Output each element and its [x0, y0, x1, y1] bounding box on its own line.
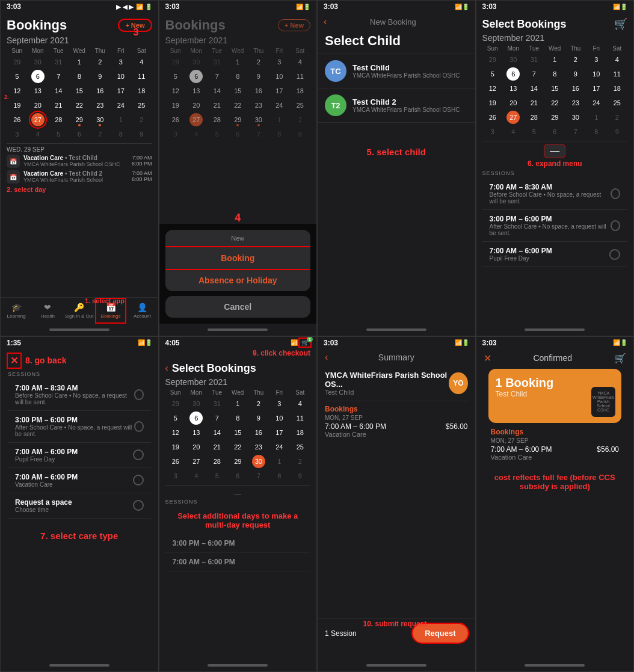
sessions-screen-5: ✕ 8. go back SESSIONS 7:00 AM – 8:30 AM …: [1, 349, 158, 546]
child-name-1: Test Child: [352, 63, 460, 72]
booking-icon-2: 📅: [7, 170, 20, 183]
booking-info-2: Vacation Care • Test Child 2 YMCA WhiteF…: [23, 170, 128, 183]
close-x-8[interactable]: ✕: [484, 353, 491, 364]
radio-5-5[interactable]: [133, 500, 144, 511]
screen-6: 4:05 📶 🛒1 9. click checkout ‹ Select Boo…: [159, 336, 318, 673]
sessions-label-5: SESSIONS: [8, 371, 151, 377]
nav-health[interactable]: ❤Health: [32, 298, 63, 324]
time-4: 3:03: [482, 2, 497, 11]
month-label-1: September 2021: [7, 35, 152, 45]
bookings-link-7[interactable]: Bookings: [325, 405, 468, 413]
session-1-6: 3:00 PM – 6:00 PM: [165, 534, 311, 553]
session-2-5[interactable]: 3:00 PM – 6:00 PM After School Care • No…: [8, 411, 151, 443]
screen-content-8: ✕ Confirmed 🛒 1 Booking Test Child YMCA …: [476, 349, 634, 660]
annotation-cost-8: cost reflects full fee (before CCS subsi…: [484, 473, 627, 491]
expand-menu-btn[interactable]: —: [544, 144, 565, 158]
home-indicator-2: [159, 324, 317, 336]
status-icons-6: 📶 🛒1: [291, 339, 310, 347]
child-item-1[interactable]: TC Test Child YMCA WhiteFriars Parish Sc…: [318, 54, 475, 88]
screen-2: 3:03 📶🔋 Bookings + New September 2021 Su…: [159, 0, 318, 336]
month-label-2: September 2021: [165, 35, 311, 45]
bookings-link-8[interactable]: Bookings: [491, 428, 620, 436]
confirmed-screen-8: ✕ Confirmed 🛒 1 Booking Test Child YMCA …: [476, 349, 634, 491]
cart-icon-4: 🛒: [614, 17, 627, 31]
child-school-2: YMCA WhiteFriars Parish School OSHC: [352, 106, 460, 113]
booking-logo-8: YMCA WhiteFriars Parish School OSHC: [591, 387, 615, 417]
annotation-6: 6. expand menu: [482, 159, 628, 168]
weekday-row-1: SunMonTueWedThuFriSat: [7, 48, 152, 54]
select-bookings-title-6: Select Bookings: [172, 362, 256, 375]
child-school-1: YMCA WhiteFriars Parish School OSHC: [352, 72, 460, 79]
radio-1-5[interactable]: [134, 389, 144, 400]
radio-2-4[interactable]: [611, 220, 620, 231]
annotation-4: 4: [235, 212, 241, 224]
absence-option-btn[interactable]: Absence or Holiday: [165, 270, 311, 291]
home-indicator-8: [476, 659, 634, 671]
close-x-5[interactable]: ✕: [8, 354, 20, 368]
time-3: 3:03: [324, 2, 338, 11]
new-button-2[interactable]: + New: [278, 19, 310, 31]
sessions-label-6: SESSIONS: [165, 499, 311, 505]
weekday-row-2: SunMonTueWedThuFriSat: [165, 48, 311, 54]
select-bookings-header-6: ‹ Select Bookings: [165, 362, 311, 375]
back-arrow-7[interactable]: ‹: [325, 352, 328, 363]
child-name-2: Test Child 2: [352, 97, 460, 106]
child-item-2[interactable]: T2 Test Child 2 YMCA WhiteFriars Parish …: [318, 88, 475, 123]
back-arrow-3[interactable]: ‹: [324, 16, 327, 27]
school-name-7: YMCA WhiteFriars Parish School OS...: [325, 371, 449, 389]
session-1-5[interactable]: 7:00 AM – 8:30 AM Before School Care • N…: [8, 379, 151, 411]
annotation-10: 10. submit request: [363, 620, 426, 628]
home-indicator-5: [1, 659, 158, 671]
radio-3-4[interactable]: [609, 249, 620, 260]
child-info-1: Test Child YMCA WhiteFriars Parish Schoo…: [352, 63, 460, 79]
back-arrow-6[interactable]: ‹: [165, 363, 168, 374]
cal-main-1: Bookings + New 3 September 2021 SunMonTu…: [1, 13, 158, 193]
status-icons-5: 📶🔋: [138, 339, 152, 346]
bookings-title-1: Bookings: [7, 17, 67, 33]
session-2-4[interactable]: 3:00 PM – 6:00 PM After School Care • No…: [482, 210, 628, 242]
booking-item-2: 📅 Vacation Care • Test Child 2 YMCA Whit…: [7, 170, 152, 183]
session-4-5[interactable]: 7:00 AM – 6:00 PM Vacation Care: [8, 468, 151, 493]
cart-icon-8: 🛒: [614, 353, 626, 364]
month-label-4: September 2021: [482, 33, 628, 43]
nav-learning[interactable]: 🎓Learning: [1, 298, 32, 324]
screen-content-5: ✕ 8. go back SESSIONS 7:00 AM – 8:30 AM …: [1, 349, 158, 660]
confirmed-type-8: Vacation Care: [491, 454, 620, 461]
radio-1-4[interactable]: [611, 188, 620, 199]
screen-5: 1:35 📶🔋 ✕ 8. go back SESSIONS 7:00 AM – …: [0, 336, 159, 673]
child-info-2: Test Child 2 YMCA WhiteFriars Parish Sch…: [352, 97, 460, 113]
cal-grid-2: 2930311234 567891011 12131415161718 1920…: [165, 55, 311, 141]
radio-3-5[interactable]: [133, 449, 144, 460]
session-3-4[interactable]: 7:00 AM – 6:00 PM Pupil Free Day: [482, 242, 628, 267]
cart-btn-6[interactable]: 🛒1: [300, 339, 310, 347]
annotation-9: 9. click checkout: [159, 349, 317, 357]
summary-date-7: MON, 27 SEP: [325, 415, 468, 421]
cal-main-6: ‹ Select Bookings September 2021 SunMonT…: [159, 357, 317, 572]
booking-option-btn[interactable]: Booking: [165, 247, 311, 269]
home-indicator-1: [1, 324, 158, 336]
nav-account[interactable]: 👤Account: [126, 298, 158, 324]
session-3-5[interactable]: 7:00 AM – 6:00 PM Pupil Free Day: [8, 443, 151, 468]
session-1-4[interactable]: 7:00 AM – 8:30 AM Before School Care • N…: [482, 178, 628, 210]
radio-4-5[interactable]: [133, 475, 144, 486]
weekday-row-4: SunMonTueWedThuFriSat: [482, 45, 628, 52]
radio-2-5[interactable]: [134, 421, 144, 432]
confirmed-header-8: ✕ Confirmed 🛒: [484, 353, 627, 364]
time-8: 3:03: [482, 339, 497, 347]
status-icons-4: 📶🔋: [613, 4, 627, 10]
home-indicator-4: [476, 324, 634, 336]
screen-title-3: New Booking: [330, 17, 455, 26]
summary-type-7: Vacation Care: [325, 431, 468, 438]
screen-content-3: ‹ New Booking Select Child TC Test Child…: [318, 13, 475, 324]
confirmed-title-8: Confirmed: [533, 353, 572, 363]
home-indicator-7: [318, 659, 475, 671]
select-child-heading: Select Child: [318, 31, 475, 54]
confirmed-booking-detail: MON, 27 SEP 7:00 AM – 6:00 PM $56.00 Vac…: [484, 437, 627, 461]
session-5-5[interactable]: Request a space Choose time: [8, 493, 151, 519]
modal-card-2: New Booking Absence or Holiday: [165, 230, 311, 291]
status-bar-5: 1:35 📶🔋: [1, 337, 158, 349]
home-indicator-3: [318, 324, 475, 336]
status-bar-7: 3:03 📶🔋: [318, 337, 475, 349]
cancel-btn[interactable]: Cancel: [165, 296, 311, 318]
home-indicator-6: [159, 659, 317, 671]
